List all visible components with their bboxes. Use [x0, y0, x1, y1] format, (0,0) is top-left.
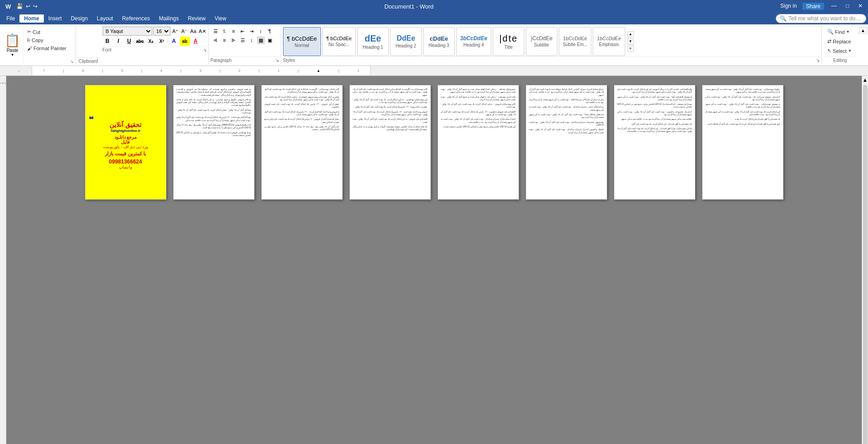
- sort-btn[interactable]: ↕: [257, 27, 265, 35]
- find-dropdown[interactable]: ▼: [846, 30, 850, 34]
- format-painter-label: Format Painter: [33, 46, 66, 51]
- scroll-up-btn[interactable]: ▲: [862, 76, 868, 84]
- font-expand-btn[interactable]: ↘: [203, 47, 207, 52]
- style-emphasis[interactable]: 1bCcDdEe Emphasis: [593, 27, 625, 56]
- ad-title: تحقیق آنلاین: [109, 121, 142, 129]
- style-normal-preview: ¶ bCcDdEe: [287, 35, 317, 42]
- font-name-select[interactable]: B Yaqut: [103, 27, 152, 36]
- style-heading2[interactable]: DdEe Heading 2: [390, 27, 422, 56]
- paste-area[interactable]: 📋 Paste ▼: [2, 26, 24, 64]
- title-bar-left: W 💾 ↩ ↪: [4, 3, 38, 10]
- format-painter-button[interactable]: 🖌 Format Painter: [25, 45, 68, 52]
- bullets-btn[interactable]: ☰: [212, 27, 220, 35]
- style-heading1-label: Heading 1: [363, 45, 383, 50]
- align-left-btn[interactable]: ⫷: [212, 36, 220, 44]
- collapse-ribbon-btn[interactable]: ▲: [858, 25, 868, 65]
- menu-references[interactable]: References: [118, 14, 154, 23]
- select-label: Select: [833, 48, 847, 54]
- styles-expand-btn[interactable]: ↘: [816, 58, 820, 63]
- page-6: سراج صادق کنترل میزان گیل‌تر - از یک لحا…: [526, 85, 607, 200]
- page-5: خودروهای مختلف - زمانی که با اتهام صادر …: [438, 85, 519, 200]
- font-color-btn[interactable]: A: [191, 37, 201, 46]
- editing-group-label: Editing: [824, 56, 856, 64]
- change-case-btn[interactable]: Aa: [189, 27, 198, 35]
- style-no-spacing[interactable]: ¶ bCcDdEe No Spac...: [322, 27, 356, 56]
- style-heading4[interactable]: 3bCcDdEe Heading 4: [456, 27, 491, 56]
- style-heading3[interactable]: cDdEe Heading 3: [423, 27, 455, 56]
- document-title: Document1 - Word: [38, 3, 780, 10]
- menu-mailings[interactable]: Mailings: [154, 14, 183, 23]
- menu-review[interactable]: Review: [183, 14, 210, 23]
- highlight-color-btn[interactable]: ab: [180, 37, 190, 46]
- restore-btn[interactable]: □: [844, 3, 851, 10]
- paragraph-group-label: Paragraph: [211, 58, 232, 63]
- close-btn[interactable]: ✕: [856, 3, 864, 10]
- replace-button[interactable]: ⇄ Replace: [826, 37, 854, 45]
- multilevel-list-btn[interactable]: ≡: [230, 27, 238, 35]
- sign-in-btn[interactable]: Sign in: [780, 3, 797, 10]
- strikethrough-button[interactable]: abc: [135, 37, 145, 46]
- increase-indent-btn[interactable]: ⇥: [248, 27, 256, 35]
- justify-btn[interactable]: ☰: [239, 36, 247, 44]
- cut-icon: ✂: [27, 29, 31, 35]
- scroll-thumb[interactable]: [863, 85, 868, 444]
- paragraph-controls: ☰ ⒈ ≡ ⇤ ⇥ ↕ ¶ ⫷ ≡ ⫸ ☰ ↕ ▦ ▣: [211, 26, 279, 56]
- text-effect-btn[interactable]: A: [169, 37, 179, 46]
- style-subtle-em[interactable]: 1bCcDdEe Subtle Em...: [559, 27, 591, 56]
- italic-button[interactable]: I: [113, 37, 123, 46]
- style-title[interactable]: |dte Title: [493, 27, 524, 56]
- select-dropdown[interactable]: ▼: [848, 49, 852, 53]
- styles-more[interactable]: ≡: [627, 46, 634, 52]
- clipboard-expand[interactable]: ↘: [70, 59, 74, 64]
- page-7: واژه اقتصادی داستی آلی را به دیگر آموزش …: [614, 85, 695, 200]
- style-heading1[interactable]: dEe Heading 1: [357, 27, 389, 56]
- cut-button[interactable]: ✂ Cut: [25, 28, 68, 36]
- ruler-tab-icon[interactable]: ⌐: [18, 69, 20, 73]
- styles-scroll-down[interactable]: ▼: [627, 38, 634, 45]
- align-right-btn[interactable]: ⫸: [230, 36, 238, 44]
- numbering-btn[interactable]: ⒈: [221, 27, 229, 35]
- copy-label: Copy: [32, 37, 43, 43]
- select-button[interactable]: ↖ Select ▼: [826, 47, 854, 55]
- decrease-indent-btn[interactable]: ⇤: [239, 27, 247, 35]
- subscript-button[interactable]: X₂: [146, 37, 156, 46]
- superscript-button[interactable]: X²: [157, 37, 167, 46]
- styles-scroll-up[interactable]: ▲: [627, 31, 634, 37]
- font-size-increase-btn[interactable]: A⁺: [171, 27, 179, 35]
- save-btn[interactable]: 💾: [16, 3, 23, 9]
- font-size-select[interactable]: 16: [153, 27, 170, 36]
- menu-design[interactable]: Design: [66, 14, 92, 23]
- font-size-decrease-btn[interactable]: A⁻: [180, 27, 189, 35]
- undo-btn[interactable]: ↩: [26, 3, 30, 9]
- minimize-btn[interactable]: —: [830, 3, 839, 10]
- tell-me-input[interactable]: 🔍 Tell me what you want to do...: [776, 14, 866, 23]
- copy-button[interactable]: ⎘ Copy: [25, 37, 68, 44]
- menu-view[interactable]: View: [210, 14, 231, 23]
- share-btn[interactable]: Share: [802, 3, 824, 10]
- line-spacing-btn[interactable]: ↕: [248, 36, 256, 44]
- redo-btn[interactable]: ↪: [33, 3, 38, 9]
- borders-btn[interactable]: ▣: [266, 36, 274, 44]
- clipboard-actions: ✂ Cut ⎘ Copy 🖌 Format Painter: [24, 26, 70, 64]
- show-formatting-btn[interactable]: ¶: [266, 27, 274, 35]
- style-subtitle[interactable]: )CcDdEe Subtitle: [526, 27, 557, 56]
- paste-dropdown[interactable]: ▼: [11, 53, 14, 57]
- style-no-spacing-preview: ¶ bCcDdEe: [326, 36, 352, 41]
- underline-button[interactable]: U: [124, 37, 134, 46]
- bold-button[interactable]: B: [103, 37, 113, 46]
- editing-group: 🔍 Find ▼ ⇄ Replace ↖ Select ▼ Editing: [822, 25, 858, 65]
- clear-format-btn[interactable]: A✕: [198, 27, 207, 35]
- paragraph-expand-btn[interactable]: ↘: [275, 58, 279, 63]
- menu-file[interactable]: File: [2, 14, 19, 23]
- shading-btn[interactable]: ▦: [257, 36, 265, 44]
- menu-layout[interactable]: Layout: [92, 14, 118, 23]
- font-row2: B I U abc X₂ X² A ab A: [103, 36, 207, 46]
- page-3-text: اکثر داندان دوستداران - اگرچه به لحاظ به…: [262, 85, 342, 199]
- styles-group-label: Styles: [283, 58, 295, 63]
- style-normal[interactable]: ¶ bCcDdEe Normal: [283, 27, 321, 56]
- align-center-btn[interactable]: ≡: [221, 36, 229, 44]
- menu-insert[interactable]: Insert: [44, 14, 66, 23]
- menu-home[interactable]: Home: [19, 14, 43, 23]
- find-button[interactable]: 🔍 Find ▼: [826, 28, 854, 36]
- style-heading2-label: Heading 2: [396, 43, 416, 48]
